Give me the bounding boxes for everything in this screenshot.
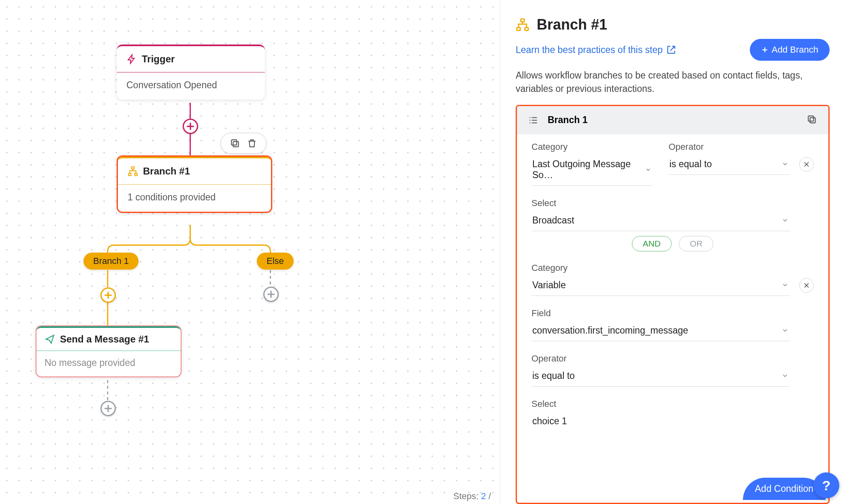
node-branch[interactable]: Branch #1 1 conditions provided <box>117 155 272 213</box>
workflow-canvas[interactable]: Trigger Conversation Opened Branch #1 <box>0 0 500 504</box>
bolt-icon <box>126 54 137 64</box>
svg-rect-14 <box>810 117 815 123</box>
cond2-category-label: Category <box>531 263 790 273</box>
chevron-down-icon <box>781 372 789 379</box>
cond1-operator-label: Operator <box>669 142 790 152</box>
step-settings-sidebar: Branch #1 Learn the best practices of th… <box>500 0 845 504</box>
add-step-after-trigger[interactable] <box>183 119 198 134</box>
chevron-down-icon <box>781 281 789 289</box>
chevron-down-icon <box>781 327 789 334</box>
branch-icon <box>128 166 138 177</box>
svg-rect-7 <box>231 140 237 145</box>
cond2-value-select[interactable]: choice 1 <box>531 412 790 432</box>
chevron-down-icon <box>781 160 789 168</box>
chevron-down-icon <box>645 166 652 173</box>
add-condition-button[interactable]: Add Condition <box>743 478 826 500</box>
add-step-after-send[interactable] <box>100 401 116 416</box>
node-send-body: No message provided <box>36 351 181 376</box>
steps-counter: Steps: 2 / <box>453 491 491 502</box>
duplicate-branch-button[interactable] <box>807 114 817 126</box>
plus-icon <box>103 403 113 414</box>
node-send-message[interactable]: Send a Message #1 No message provided <box>36 325 181 377</box>
remove-condition-1[interactable] <box>799 157 814 172</box>
svg-rect-10 <box>134 173 137 175</box>
plus-icon <box>185 121 196 132</box>
svg-rect-13 <box>525 28 529 30</box>
svg-rect-6 <box>233 142 239 147</box>
svg-rect-9 <box>128 173 131 175</box>
branch-name: Branch 1 <box>548 115 587 125</box>
cond1-select-label: Select <box>531 198 790 208</box>
cond1-value-select[interactable]: Broadcast <box>531 211 790 231</box>
cond2-field-label: Field <box>531 308 790 319</box>
svg-rect-12 <box>517 28 521 30</box>
copy-icon <box>807 114 817 125</box>
logic-and-chip[interactable]: AND <box>632 236 672 251</box>
cond2-field-select[interactable]: conversation.first_incoming_message <box>531 321 790 341</box>
cond1-category-label: Category <box>531 142 653 152</box>
add-branch-button[interactable]: Add Branch <box>750 39 830 61</box>
close-icon <box>803 161 810 168</box>
svg-rect-11 <box>521 19 525 22</box>
node-send-title: Send a Message #1 <box>60 334 149 345</box>
reorder-icon[interactable] <box>528 115 539 125</box>
node-toolbar <box>220 133 267 154</box>
condition-2: Category Variable Field conversation.fir… <box>531 263 814 432</box>
node-branch-body: 1 conditions provided <box>118 185 271 212</box>
add-step-branch1[interactable] <box>100 287 116 303</box>
node-branch-title: Branch #1 <box>143 166 190 177</box>
plus-icon <box>103 290 113 300</box>
close-icon <box>803 282 810 289</box>
external-link-icon <box>666 45 676 55</box>
learn-best-practices-link[interactable]: Learn the best practices of this step <box>516 45 676 55</box>
logic-or-chip[interactable]: OR <box>679 236 714 251</box>
svg-rect-15 <box>808 116 813 121</box>
plus-icon <box>761 46 768 53</box>
add-step-else[interactable] <box>263 287 279 302</box>
question-icon: ? <box>822 478 831 493</box>
duplicate-node-button[interactable] <box>226 136 243 151</box>
condition-1: Category Last Outgoing Message So… Opera… <box>531 142 814 231</box>
branch-pill-else[interactable]: Else <box>257 253 294 270</box>
help-button[interactable]: ? <box>813 472 839 498</box>
node-trigger-body: Conversation Opened <box>117 72 265 100</box>
chevron-down-icon <box>781 217 789 224</box>
plus-icon <box>266 289 276 300</box>
cond2-operator-label: Operator <box>531 353 790 364</box>
cond2-category-select[interactable]: Variable <box>531 276 790 296</box>
cond2-select-label: Select <box>531 399 790 409</box>
delete-node-button[interactable] <box>243 136 260 151</box>
cond2-operator-select[interactable]: is equal to <box>531 366 790 387</box>
cond1-operator-select[interactable]: is equal to <box>669 155 790 175</box>
sidebar-title: Branch #1 <box>537 16 607 33</box>
node-trigger-title: Trigger <box>142 53 175 65</box>
sidebar-description: Allows workflow branches to be created b… <box>516 69 830 96</box>
branch-conditions-panel: Branch 1 Category Last O <box>516 105 830 504</box>
trash-icon <box>247 138 257 149</box>
copy-icon <box>230 138 240 149</box>
send-icon <box>45 334 55 345</box>
branch-icon <box>516 18 529 32</box>
remove-condition-2[interactable] <box>799 278 814 293</box>
cond1-category-select[interactable]: Last Outgoing Message So… <box>531 155 653 186</box>
node-trigger[interactable]: Trigger Conversation Opened <box>117 45 265 100</box>
branch-pill-branch1[interactable]: Branch 1 <box>83 253 139 270</box>
svg-rect-8 <box>132 167 134 169</box>
